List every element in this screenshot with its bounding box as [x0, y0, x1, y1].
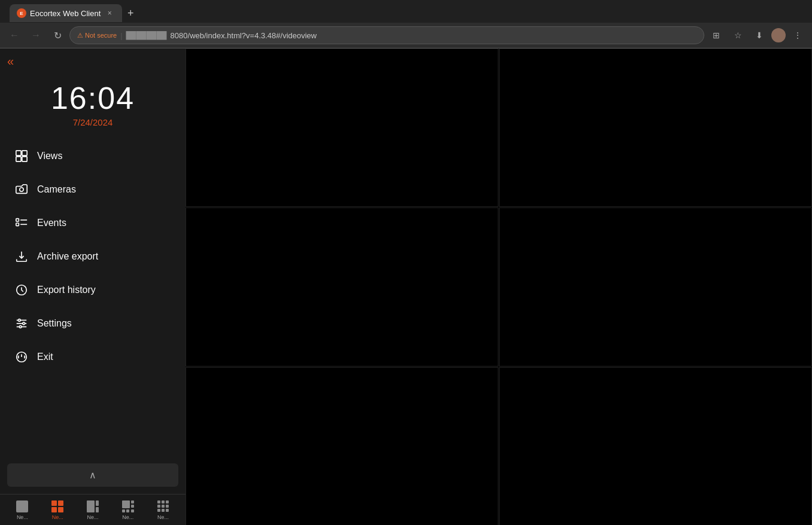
url-bar[interactable]: ⚠ Not secure | ████████ 8080/web/index.h…	[69, 26, 704, 44]
events-icon	[14, 216, 29, 230]
sidebar-header: «	[0, 48, 185, 74]
new-tab-button[interactable]: +	[122, 5, 139, 22]
svg-rect-32	[162, 500, 165, 503]
svg-rect-26	[131, 500, 134, 503]
archive-export-icon	[14, 249, 29, 264]
views-label: Views	[37, 151, 62, 161]
sidebar-item-views[interactable]: Views	[0, 139, 185, 173]
lock-icon: ⚠	[77, 32, 83, 39]
active-tab[interactable]: E Eocortex Web Client ×	[10, 4, 122, 22]
sidebar-item-export-history[interactable]: Export history	[0, 273, 185, 307]
cameras-label: Cameras	[37, 184, 76, 195]
svg-rect-37	[157, 509, 160, 512]
address-bar: ← → ↻ ⚠ Not secure | ████████ 8080/web/i…	[0, 23, 812, 48]
layout-2x2-button[interactable]: Ne...	[45, 498, 69, 522]
svg-rect-22	[87, 500, 95, 512]
layout-1plus4-button[interactable]: Ne...	[116, 498, 140, 522]
svg-rect-36	[166, 505, 169, 508]
sidebar-item-exit[interactable]: Exit	[0, 340, 185, 374]
svg-rect-18	[51, 500, 57, 506]
layout-3-label: Ne...	[87, 514, 98, 520]
video-cell-1[interactable]	[185, 48, 498, 207]
svg-rect-17	[16, 500, 28, 512]
sidebar: « 16:04 7/24/2024 Views Cameras	[0, 48, 185, 525]
forward-button[interactable]: →	[26, 26, 45, 45]
svg-rect-27	[131, 505, 134, 508]
secure-label: Not secure	[85, 32, 117, 39]
views-icon	[14, 149, 29, 163]
browser-chrome: E Eocortex Web Client × + ← → ↻ ⚠ Not se…	[0, 0, 812, 48]
url-text: 8080/web/index.html?v=4.3.48#/videoview	[171, 31, 317, 40]
svg-rect-5	[16, 219, 19, 222]
sidebar-item-archive-export[interactable]: Archive export	[0, 240, 185, 273]
cameras-icon	[14, 182, 29, 197]
export-history-label: Export history	[37, 285, 96, 295]
svg-rect-31	[157, 500, 160, 503]
svg-rect-28	[122, 509, 125, 512]
menu-button[interactable]: ⋮	[788, 26, 807, 45]
sidebar-bottom: ∧	[0, 456, 185, 494]
clock-time: 16:04	[0, 80, 185, 116]
back-button[interactable]: ←	[5, 26, 24, 45]
exit-label: Exit	[37, 352, 53, 362]
svg-rect-1	[22, 151, 27, 155]
chevron-up-icon: ∧	[89, 469, 96, 481]
time-display: 16:04 7/24/2024	[0, 74, 185, 130]
tab-favicon: E	[17, 8, 26, 18]
events-label: Events	[37, 218, 66, 228]
tab-close-button[interactable]: ×	[104, 8, 115, 19]
svg-rect-34	[157, 505, 160, 508]
svg-rect-2	[16, 157, 21, 161]
svg-rect-0	[16, 151, 21, 155]
export-history-icon	[14, 283, 29, 297]
layout-5-label: Ne...	[157, 514, 169, 520]
collapse-button[interactable]: «	[7, 54, 14, 68]
svg-point-4	[20, 188, 23, 191]
tab-bar: E Eocortex Web Client × +	[0, 0, 812, 23]
svg-rect-29	[126, 509, 129, 512]
svg-rect-38	[162, 509, 165, 512]
video-cell-2[interactable]	[499, 48, 812, 207]
sidebar-item-settings[interactable]: Settings	[0, 307, 185, 340]
svg-rect-35	[162, 505, 165, 508]
sidebar-item-events[interactable]: Events	[0, 206, 185, 240]
profile-avatar[interactable]	[771, 28, 786, 42]
sidebar-item-cameras[interactable]: Cameras	[0, 173, 185, 206]
svg-rect-21	[58, 507, 63, 512]
layout-1plus2-button[interactable]: Ne...	[81, 498, 105, 522]
video-cell-5[interactable]	[185, 367, 498, 525]
svg-rect-30	[131, 509, 134, 512]
security-indicator: ⚠ Not secure	[77, 32, 117, 39]
svg-rect-7	[16, 223, 19, 226]
reload-button[interactable]: ↻	[48, 26, 67, 45]
svg-point-14	[23, 322, 25, 325]
svg-rect-19	[58, 500, 63, 506]
app-container: « 16:04 7/24/2024 Views Cameras	[0, 48, 812, 525]
svg-rect-20	[51, 507, 57, 512]
layout-1x1-button[interactable]: Ne...	[10, 498, 34, 522]
layout-bar: Ne... Ne... Ne...	[0, 494, 185, 525]
cast-button[interactable]: ⊞	[707, 26, 726, 45]
bookmark-button[interactable]: ☆	[728, 26, 747, 45]
url-hidden-part: ████████	[126, 31, 167, 39]
settings-icon	[14, 316, 29, 331]
svg-point-15	[19, 326, 22, 328]
clock-date: 7/24/2024	[0, 117, 185, 127]
svg-rect-3	[22, 157, 27, 161]
svg-rect-25	[122, 500, 130, 508]
video-cell-3[interactable]	[185, 207, 498, 366]
expand-button[interactable]: ∧	[7, 463, 178, 487]
svg-rect-23	[96, 500, 99, 506]
archive-export-label: Archive export	[37, 251, 98, 262]
settings-label: Settings	[37, 318, 72, 329]
video-cell-6[interactable]	[499, 367, 812, 525]
svg-rect-33	[166, 500, 169, 503]
toolbar-right: ⊞ ☆ ⬇ ⋮	[707, 26, 807, 45]
exit-icon	[14, 350, 29, 364]
layout-3x3-button[interactable]: Ne...	[151, 498, 175, 522]
layout-1-label: Ne...	[17, 514, 28, 520]
svg-rect-39	[166, 509, 169, 512]
tab-title: Eocortex Web Client	[30, 9, 101, 18]
download-button[interactable]: ⬇	[750, 26, 769, 45]
video-cell-4[interactable]	[499, 207, 812, 366]
